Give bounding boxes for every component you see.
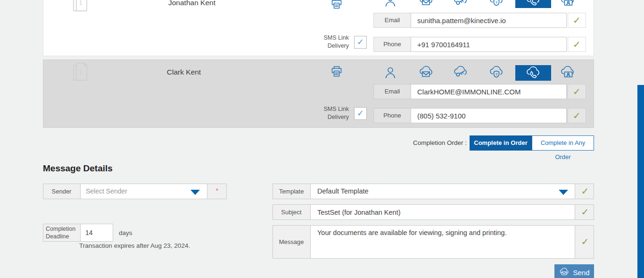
sms-phone-delivery-icon-selected[interactable] — [515, 0, 551, 8]
email-valid-check-icon: ✓ — [568, 13, 586, 28]
sms-link-delivery-label: SMS Link Delivery — [311, 34, 349, 50]
email-value[interactable] — [411, 84, 566, 99]
completion-order-label: Completion Order : — [396, 139, 467, 146]
phone-label: Phone — [373, 108, 411, 123]
message-textarea-box[interactable]: Your documents are available for viewing… — [310, 225, 575, 259]
template-label: Template — [272, 184, 310, 199]
id-verification-icon[interactable] — [560, 0, 576, 8]
message-label: Message — [272, 225, 310, 259]
phone-value[interactable] — [411, 109, 566, 123]
phone-label: Phone — [373, 37, 411, 52]
phone-value[interactable] — [411, 37, 566, 51]
email-label: Email — [373, 84, 411, 99]
phone-valid-check-icon: ✓ — [568, 108, 586, 123]
phone-input[interactable] — [411, 37, 567, 52]
deadline-input-box[interactable] — [80, 224, 113, 242]
signing-setup-page: 1 Jonathan Kent — [0, 0, 644, 278]
sms-link-delivery-checkbox[interactable]: ✓ — [354, 107, 367, 120]
document-count: 1 — [79, 69, 83, 76]
template-dropdown[interactable]: Default Template — [310, 184, 575, 199]
print-icon[interactable] — [330, 65, 344, 79]
sender-dropdown[interactable]: Select Sender — [80, 184, 207, 199]
password-delivery-icon[interactable] — [453, 66, 469, 80]
required-marker: * — [207, 184, 227, 199]
send-button-label: Send — [573, 269, 589, 277]
id-verification-icon[interactable] — [560, 66, 576, 80]
subject-label: Subject — [272, 204, 310, 220]
sms-link-delivery-label: SMS Link Delivery — [311, 105, 349, 121]
email-valid-check-icon: ✓ — [568, 84, 586, 99]
svg-text:?: ? — [495, 72, 498, 76]
message-valid-check-icon: ✓ — [576, 225, 594, 259]
documents-count-icon: 1 — [72, 0, 89, 13]
days-unit-label: days — [119, 229, 132, 236]
email-delivery-icon[interactable] — [418, 0, 434, 8]
sms-link-delivery-checkbox[interactable]: ✓ — [354, 36, 367, 49]
email-input[interactable] — [411, 13, 567, 28]
documents-count-icon: 1 — [72, 62, 89, 83]
recipient-name: Clark Kent — [108, 68, 259, 76]
subject-input[interactable] — [311, 205, 575, 219]
sender-label: Sender — [43, 184, 80, 199]
recipient-name: Jonathan Kent — [116, 0, 267, 7]
email-value[interactable] — [411, 13, 566, 27]
phone-valid-check-icon: ✓ — [568, 37, 586, 52]
vertical-scrollbar[interactable] — [637, 85, 644, 278]
deadline-days-input[interactable] — [81, 224, 113, 241]
send-button[interactable]: Send — [554, 264, 594, 278]
email-label: Email — [373, 13, 411, 28]
message-textarea[interactable]: Your documents are available for viewing… — [311, 226, 575, 257]
subject-input-box[interactable] — [310, 204, 575, 220]
security-question-icon[interactable]: ? — [488, 0, 504, 8]
recipient-info-icon[interactable] — [383, 66, 397, 80]
complete-in-any-order-button[interactable]: Complete in Any Order — [532, 135, 594, 151]
chevron-down-icon — [190, 190, 200, 195]
expiry-note: Transaction expires after Aug 23, 2024. — [79, 242, 190, 249]
document-count: 1 — [79, 0, 83, 6]
recipient-info-icon[interactable] — [383, 0, 397, 8]
phone-input[interactable] — [411, 108, 567, 123]
sender-placeholder: Select Sender — [81, 184, 207, 195]
svg-text:?: ? — [495, 0, 498, 5]
security-question-icon[interactable]: ? — [488, 66, 504, 80]
template-value: Default Template — [311, 184, 575, 195]
sms-phone-delivery-icon-selected[interactable] — [515, 65, 551, 81]
email-input[interactable] — [411, 84, 567, 99]
complete-in-order-button[interactable]: Complete in Order — [470, 135, 532, 151]
password-delivery-icon[interactable] — [453, 0, 469, 8]
print-icon[interactable] — [330, 0, 344, 11]
email-delivery-icon[interactable] — [418, 66, 434, 80]
chevron-down-icon — [559, 190, 568, 195]
template-valid-check-icon: ✓ — [576, 184, 594, 199]
subject-valid-check-icon: ✓ — [576, 204, 594, 220]
send-envelope-icon — [559, 268, 570, 277]
completion-deadline-label: Completion Deadline — [44, 225, 79, 240]
message-details-heading: Message Details — [43, 163, 113, 174]
